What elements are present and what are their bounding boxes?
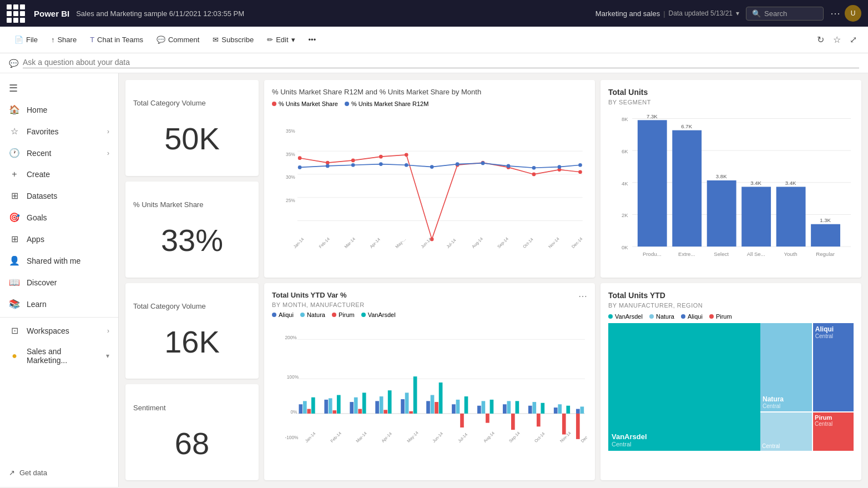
svg-rect-108 <box>482 401 486 414</box>
card-title: % Units Market Share <box>133 200 251 209</box>
get-data-label: Get data <box>19 469 47 477</box>
apps-icon: ⊞ <box>9 234 20 244</box>
treemap-vanarsdel[interactable]: VanArsdel Central <box>608 323 760 451</box>
workspaces-icon: ⊡ <box>9 325 20 336</box>
units-market-share-card: % Units Market Share 33% <box>125 182 259 278</box>
bookmark-icon[interactable]: ☆ <box>831 32 843 47</box>
treemap-container[interactable]: VanArsdel Central Natura Central Aliqui … <box>608 323 854 451</box>
svg-rect-92 <box>380 396 383 414</box>
more-options-button[interactable]: ••• <box>303 32 322 47</box>
comment-label: Comment <box>168 36 199 44</box>
treemap-aliqui[interactable]: Aliqui Central <box>813 323 854 411</box>
refresh-icon[interactable]: ↻ <box>815 32 826 47</box>
svg-rect-81 <box>307 409 311 413</box>
sidebar-item-favorites[interactable]: ☆ Favorites › <box>0 120 118 142</box>
card-title: Total Category Volume <box>133 99 251 107</box>
fullscreen-icon[interactable]: ⤢ <box>847 32 859 47</box>
subscribe-icon: ✉ <box>213 36 219 44</box>
svg-point-19 <box>578 170 582 174</box>
legend-label: Aliqui <box>279 311 294 318</box>
svg-point-30 <box>558 165 562 169</box>
svg-rect-102 <box>439 382 443 413</box>
treemap-natura-bottom[interactable]: Central <box>760 412 812 451</box>
get-data-button[interactable]: ↗ Get data <box>0 463 118 482</box>
edit-icon: ✏ <box>267 36 273 44</box>
svg-rect-80 <box>303 401 307 414</box>
svg-rect-95 <box>401 399 405 414</box>
sidebar-item-learn[interactable]: 📚 Learn <box>0 293 118 315</box>
svg-text:Select: Select <box>714 251 729 257</box>
treemap-natura[interactable]: Natura Central <box>760 323 812 411</box>
treemap-natura-bottom-label: Central <box>762 443 780 449</box>
svg-point-8 <box>298 156 302 160</box>
share-button[interactable]: ↑ Share <box>46 32 82 47</box>
subscribe-button[interactable]: ✉ Subscribe <box>207 32 259 47</box>
treemap-bottom-row: Central Pirum Central <box>760 412 854 451</box>
qna-input[interactable] <box>23 58 859 68</box>
sidebar-item-goals[interactable]: 🎯 Goals <box>0 207 118 228</box>
svg-rect-124 <box>580 406 584 414</box>
svg-point-31 <box>578 163 582 167</box>
sidebar-item-label: Datasets <box>27 192 109 200</box>
sidebar-item-apps[interactable]: ⊞ Apps <box>0 228 118 250</box>
separator: | <box>663 9 665 18</box>
line-chart-card: % Units Market Share R12M and % Units Ma… <box>264 80 595 278</box>
legend-dot-cyan <box>300 313 305 317</box>
user-avatar[interactable]: U <box>845 5 861 22</box>
treemap-pirum[interactable]: Pirum Central <box>813 412 854 451</box>
svg-rect-125 <box>576 413 580 439</box>
svg-point-20 <box>298 165 302 169</box>
legend-label: Aliqui <box>688 313 703 320</box>
edit-button[interactable]: ✏ Edit ▾ <box>261 32 300 47</box>
sidebar-item-label: Learn <box>27 300 109 309</box>
sidebar-item-recent[interactable]: 🕐 Recent › <box>0 142 118 164</box>
search-placeholder: Search <box>764 9 787 18</box>
svg-point-21 <box>326 164 330 168</box>
svg-point-10 <box>351 159 355 163</box>
sidebar-item-home[interactable]: 🏠 Home <box>0 99 118 120</box>
search-bar[interactable]: 🔍 Search <box>746 7 824 21</box>
svg-point-27 <box>481 162 485 165</box>
svg-text:4K: 4K <box>622 180 628 187</box>
sidebar-item-label: Home <box>27 105 109 114</box>
more-icon[interactable]: ⋯ <box>830 7 840 19</box>
svg-text:Apr-14: Apr-14 <box>381 431 393 443</box>
svg-rect-109 <box>486 413 489 422</box>
sidebar-item-datasets[interactable]: ⊞ Datasets <box>0 185 118 207</box>
treemap-pirum-region: Central <box>815 421 852 427</box>
svg-text:7.3K: 7.3K <box>647 113 658 119</box>
sidebar-item-shared[interactable]: 👤 Shared with me <box>0 250 118 271</box>
svg-rect-56 <box>672 130 702 246</box>
file-button[interactable]: 📄 File <box>9 32 43 47</box>
chat-in-teams-button[interactable]: T Chat in Teams <box>84 32 149 47</box>
sidebar-item-workspaces[interactable]: ⊡ Workspaces › <box>0 320 118 341</box>
sidebar-toggle[interactable]: ☰ <box>0 78 118 99</box>
home-icon: 🏠 <box>9 104 20 115</box>
legend-dot-blue <box>681 314 685 319</box>
app-grid-icon[interactable] <box>7 4 25 23</box>
legend-vanarsdel: VanArsdel <box>608 313 643 320</box>
svg-rect-101 <box>435 402 438 414</box>
chevron-down-icon[interactable]: ▾ <box>736 9 739 17</box>
legend-label: VanArsdel <box>615 313 643 320</box>
svg-text:1.3K: 1.3K <box>820 217 831 223</box>
sidebar-item-create[interactable]: + Create <box>0 164 118 185</box>
more-options-icon[interactable]: ⋯ <box>578 291 587 301</box>
svg-rect-106 <box>465 396 468 414</box>
sidebar-item-discover[interactable]: 📖 Discover <box>0 271 118 293</box>
svg-rect-112 <box>507 401 511 414</box>
svg-text:30%: 30% <box>286 174 295 180</box>
treemap-right-column: Natura Central Aliqui Central Central <box>760 323 854 451</box>
sidebar-item-label: Discover <box>27 278 109 287</box>
treemap-natura-region: Central <box>763 403 810 409</box>
svg-text:6K: 6K <box>622 148 628 154</box>
legend-pirum: Pirum <box>709 313 732 320</box>
total-units-subtitle: BY SEGMENT <box>608 99 854 105</box>
ytd-var-title: Total Units YTD Var % <box>272 291 365 299</box>
qna-icon: 💬 <box>9 59 18 68</box>
svg-text:Apr-14: Apr-14 <box>369 237 381 249</box>
svg-text:25%: 25% <box>286 198 295 203</box>
comment-button[interactable]: 💬 Comment <box>151 32 205 47</box>
sidebar-item-sales-marketing[interactable]: ● Sales and Marketing... ▾ <box>0 341 118 370</box>
svg-text:6.7K: 6.7K <box>681 123 692 129</box>
